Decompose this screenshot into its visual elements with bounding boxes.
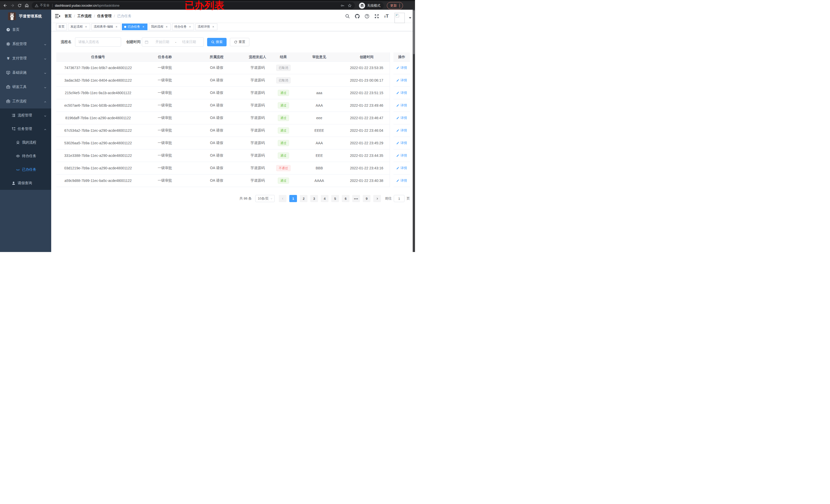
cell-comment: AAA [295,99,344,112]
close-icon[interactable]: × [115,25,118,29]
detail-link[interactable]: 详情 [396,78,407,82]
edit-pencil-icon [396,116,400,120]
detail-link[interactable]: 详情 [396,103,407,108]
detail-link[interactable]: 详情 [396,141,407,145]
sidebar-item-face[interactable]: 我的流程 [0,136,51,149]
browser-home-icon[interactable] [23,2,30,9]
page-button-5[interactable]: 5 [331,195,339,202]
page-button-9[interactable]: 9 [363,195,371,202]
page-more-button[interactable]: ••• [352,195,360,202]
cell-task-name: 一级审批 [140,137,190,149]
close-icon[interactable]: × [141,25,145,29]
end-date-placeholder[interactable]: 结束日期 [178,40,201,44]
close-icon[interactable]: × [188,25,192,29]
view-tab[interactable]: 已办任务 × [122,24,148,30]
breadcrumb-task-mgmt[interactable]: 任务管理 [97,14,111,19]
goto-page-input[interactable] [394,195,405,202]
browser-forward-icon[interactable] [9,2,16,9]
search-button[interactable]: 搜索 [207,38,227,46]
table-body: 74736737-7b9b-11ec-b5b7-acde48001122 一级审… [56,62,410,187]
cell-actions: 详情 [393,62,410,74]
help-icon[interactable] [364,14,370,19]
detail-link[interactable]: 详情 [396,128,407,133]
sidebar-item-yen[interactable]: ¥ 支付管理 [0,51,51,66]
font-size-icon[interactable]: TT [384,14,389,19]
breadcrumb-workflow[interactable]: 工作流程 [77,14,92,19]
sidebar: 芋道管理系统 首页 系统管理 ¥ 支付管理 基础设施 研发工具 工作流程 流程管… [0,10,51,252]
next-page-button[interactable] [373,195,381,202]
browser-back-icon[interactable] [2,2,9,9]
sidebar-item-tree[interactable]: 流程管理 [0,108,51,122]
page-button-6[interactable]: 6 [342,195,349,202]
result-badge: 通过 [278,115,289,121]
close-icon[interactable]: × [212,25,215,29]
pagination: 共 86 条 10条/页 123456•••9 前往 页 [56,195,410,202]
yen-icon: ¥ [6,56,10,60]
browser-reload-icon[interactable] [16,2,23,9]
sidebar-item-eye-open[interactable]: 待办任务 [0,149,51,163]
cell-process: OA 请假 [190,137,243,149]
process-name-input[interactable]: 请输入流程名 [75,37,121,46]
page-scrollbar[interactable] [413,10,415,252]
fullscreen-icon[interactable] [374,14,379,19]
cell-created: 2022-01-23 00:06:17 [344,74,390,87]
close-icon[interactable]: × [165,25,168,29]
view-tab[interactable]: 待办任务 × [172,24,194,30]
cell-created: 2022-01-22 23:53:35 [344,62,390,74]
detail-link[interactable]: 详情 [396,178,407,183]
view-tab[interactable]: 首页 × [56,24,67,30]
view-tab[interactable]: 发起流程 × [68,24,90,30]
cell-task-id: 74736737-7b9b-11ec-b5b7-acde48001122 [56,62,140,74]
app-logo[interactable]: 芋道管理系统 [0,10,51,23]
view-tab[interactable]: 我的流程 × [149,24,171,30]
breadcrumb-home[interactable]: 首页 [65,14,72,19]
url-text[interactable]: dashboard.yudao.iocoder.cn/bpm/task/done [55,4,120,7]
reset-button[interactable]: 重置 [230,38,249,46]
date-range-input[interactable]: 开始日期 - 结束日期 [142,37,204,46]
page-button-2[interactable]: 2 [300,195,308,202]
chrome-update-button[interactable]: 更新 [387,2,403,9]
page-button-4[interactable]: 4 [321,195,328,202]
col-result: 结果 [272,53,295,62]
cell-task-id: ec507ae6-7b9a-11ec-b03b-acde48001122 [56,99,140,112]
sidebar-item-monitor[interactable]: 基础设施 [0,66,51,80]
github-icon[interactable] [355,14,360,19]
insecure-label[interactable]: 不安全 [40,3,50,8]
start-date-placeholder[interactable]: 开始日期 [151,40,174,44]
detail-link[interactable]: 详情 [396,115,407,120]
detail-link[interactable]: 详情 [396,166,407,170]
insecure-warning-icon[interactable] [35,4,38,7]
page-size-select[interactable]: 10条/页 [255,195,275,202]
sidebar-item-eye-closed[interactable]: 已办任务 [0,163,51,176]
sidebar-item-user[interactable]: 请假查询 [0,176,51,190]
sidebar-item-toolbox[interactable]: 研发工具 [0,80,51,94]
sidebar-item-briefcase[interactable]: 工作流程 [0,94,51,108]
scrollbar-thumb[interactable] [413,10,415,54]
view-tab[interactable]: 流程详情 × [195,24,217,30]
cell-created: 2022-01-22 23:46:04 [344,124,390,137]
page-button-1[interactable]: 1 [289,195,297,202]
avatar-caret-icon[interactable] [409,17,411,19]
prev-page-button[interactable] [279,195,286,202]
edit-pencil-icon [396,141,400,144]
bookmark-star-icon[interactable] [348,4,352,8]
password-key-icon[interactable] [341,4,345,8]
user-icon [11,181,15,185]
view-tab[interactable]: 流程表单-编辑 × [91,24,121,30]
table-header-row: 任务编号 任务名称 所属流程 流程发起人 结果 审批意见 创建时间 操作 [56,53,410,62]
sidebar-toggle-icon[interactable] [55,14,60,19]
cell-actions: 详情 [393,137,410,149]
detail-link[interactable]: 详情 [396,91,407,95]
search-icon[interactable] [345,14,350,19]
col-process: 所属流程 [190,53,243,62]
goto-label: 前往 [385,196,392,201]
sidebar-item-dashboard[interactable]: 首页 [0,23,51,37]
avatar[interactable] [394,13,405,23]
detail-link[interactable]: 详情 [396,66,407,70]
detail-link[interactable]: 详情 [396,153,407,158]
sidebar-item-gear[interactable]: 系统管理 [0,37,51,51]
page-button-3[interactable]: 3 [310,195,318,202]
sidebar-item-flow[interactable]: 任务管理 [0,122,51,136]
cell-result: 通过 [272,87,295,99]
close-icon[interactable]: × [84,25,88,29]
